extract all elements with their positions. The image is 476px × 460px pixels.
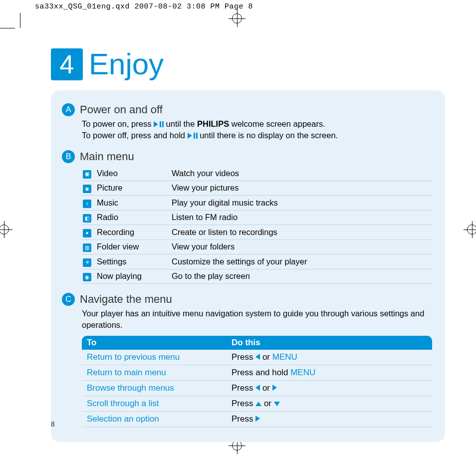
menu-item-desc: Play your digital music tracks [171, 196, 432, 211]
nav-to: Browse through menus [82, 381, 227, 396]
table-row: ●RecordingCreate or listen to recordings [82, 225, 432, 240]
philips-bold: PHILIPS [197, 119, 229, 128]
radio-icon: ◧ [83, 214, 91, 223]
nav-do-text: or [261, 399, 274, 408]
chapter-title: Enjoy [89, 47, 164, 81]
page-number: 8 [51, 420, 55, 428]
table-row: Return to previous menu Press or MENU [82, 350, 432, 365]
folder-icon: ▥ [83, 243, 91, 252]
power-off-text-post: until there is no display on the screen. [198, 131, 338, 140]
menu-item-name: Settings [96, 254, 171, 269]
video-icon: ▣ [83, 170, 91, 179]
section-intro-navigate: Your player has an intuitive menu naviga… [82, 308, 432, 331]
menu-item-name: Folder view [96, 239, 171, 254]
crop-register-top [230, 11, 244, 26]
chapter-number-badge: 4 [51, 48, 83, 80]
nav-do-text: Press and hold [232, 368, 290, 377]
menu-item-desc: Listen to FM radio [171, 210, 432, 225]
power-on-text-pre: To power on, press [82, 119, 154, 128]
recording-icon: ● [83, 229, 91, 237]
nav-do-text: Press [232, 352, 255, 362]
nav-to: Selection an option [82, 412, 227, 427]
section-title-navigate: Navigate the menu [80, 293, 172, 306]
down-arrow-icon [274, 399, 280, 408]
left-arrow-icon [255, 383, 260, 393]
nav-do: Press or [227, 381, 432, 396]
power-on-text-mid: until the [164, 119, 197, 128]
up-arrow-icon [255, 399, 261, 408]
table-row: ♪MusicPlay your digital music tracks [82, 196, 432, 211]
section-title-power: Power on and off [80, 103, 163, 116]
menu-item-name: Picture [96, 181, 171, 196]
settings-icon: ✳ [83, 258, 91, 267]
nav-do-text: or [260, 383, 272, 393]
nav-do: Press and hold MENU [227, 365, 432, 381]
power-on-text-post: welcome screen appears. [229, 119, 325, 128]
nav-to: Scroll through a list [82, 396, 227, 412]
power-off-text-pre: To power off, press and hold [82, 131, 188, 140]
chapter-heading: 4 Enjoy [51, 47, 455, 81]
section-power: A Power on and off To power on, press un… [64, 103, 432, 141]
section-letter-b: B [62, 150, 75, 163]
nav-do-text: Press [232, 414, 255, 424]
play-pause-icon [154, 121, 164, 127]
menu-item-desc: Customize the settings of your player [171, 254, 432, 269]
right-arrow-icon [272, 383, 277, 393]
page: 4 Enjoy A Power on and off To power on, … [21, 29, 455, 435]
main-menu-table: ▣VideoWatch your videos ◙PictureView you… [82, 166, 432, 284]
nav-header-do: Do this [227, 336, 432, 350]
section-title-main-menu: Main menu [80, 150, 134, 163]
table-row: Scroll through a list Press or [82, 396, 432, 412]
table-row: ▥Folder viewView your folders [82, 239, 432, 254]
menu-item-name: Now playing [96, 269, 171, 284]
right-arrow-icon [255, 414, 260, 424]
table-row: Browse through menus Press or [82, 381, 432, 396]
menu-item-name: Music [96, 196, 171, 211]
nav-do-text: Press [232, 383, 255, 393]
menu-label: MENU [290, 368, 315, 377]
menu-item-desc: View your pictures [171, 181, 432, 196]
crop-register-right [465, 222, 476, 237]
nav-do-text: or [260, 352, 272, 362]
menu-label: MENU [272, 352, 297, 362]
left-arrow-icon [255, 352, 260, 362]
section-main-menu: B Main menu ▣VideoWatch your videos ◙Pic… [64, 150, 432, 284]
menu-item-desc: Watch your videos [171, 166, 432, 181]
nav-do: Press or MENU [227, 350, 432, 365]
section-body-power: To power on, press until the PHILIPS wel… [82, 118, 432, 141]
navigate-table: To Do this Return to previous menu Press… [82, 336, 432, 427]
menu-item-desc: Create or listen to recordings [171, 225, 432, 240]
table-row: ◙PictureView your pictures [82, 181, 432, 196]
table-row: ✳SettingsCustomize the settings of your … [82, 254, 432, 269]
table-row: ◧RadioListen to FM radio [82, 210, 432, 225]
play-pause-icon [188, 133, 198, 139]
nav-do: Press or [227, 396, 432, 412]
nav-to: Return to main menu [82, 365, 227, 381]
menu-item-name: Recording [96, 225, 171, 240]
crop-header-text: sa33xx_QSG_01eng.qxd 2007-08-02 3:08 PM … [35, 2, 253, 11]
table-row: ◉Now playingGo to the play screen [82, 269, 432, 284]
now-playing-icon: ◉ [83, 273, 91, 281]
table-row: Return to main menu Press and hold MENU [82, 365, 432, 381]
section-letter-a: A [62, 103, 75, 116]
nav-to: Return to previous menu [82, 350, 227, 365]
picture-icon: ◙ [83, 185, 91, 193]
section-letter-c: C [62, 293, 75, 306]
crop-register-left [0, 222, 11, 237]
section-navigate: C Navigate the menu Your player has an i… [64, 293, 432, 427]
menu-item-name: Radio [96, 210, 171, 225]
music-icon: ♪ [83, 200, 91, 208]
table-row: Selection an option Press [82, 412, 432, 427]
menu-item-desc: Go to the play screen [171, 269, 432, 284]
nav-header-to: To [82, 336, 227, 350]
menu-item-desc: View your folders [171, 239, 432, 254]
nav-do-text: Press [232, 399, 255, 408]
content-panel: A Power on and off To power on, press un… [51, 90, 445, 442]
menu-item-name: Video [96, 166, 171, 181]
nav-do: Press [227, 412, 432, 427]
table-row: ▣VideoWatch your videos [82, 166, 432, 181]
